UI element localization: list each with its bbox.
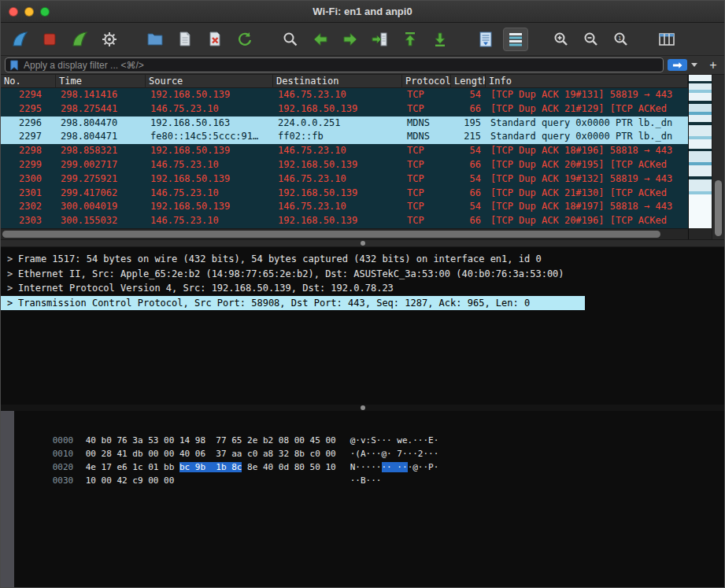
colorize-button[interactable] (503, 28, 528, 51)
packet-length: 54 (451, 144, 486, 158)
hex-bytes-pre: 4e 17 e6 1c 01 bb (86, 462, 179, 472)
hex-bytes[interactable]: 4e 17 e6 1c 01 bb bc 9b 1b 8c 8e 40 0d 8… (86, 460, 350, 474)
packet-no: 2297 (1, 130, 56, 144)
restart-capture-button[interactable] (67, 28, 92, 51)
display-filter-input[interactable]: Apply a display filter ... <⌘/> (5, 57, 664, 72)
apply-filter-button[interactable] (668, 59, 687, 71)
horizontal-scrollbar-thumb[interactable] (2, 231, 660, 238)
hex-ascii-selected[interactable]: ·· ·· (382, 462, 408, 472)
pane-splitter[interactable] (1, 239, 724, 247)
start-capture-button[interactable] (7, 28, 32, 51)
packet-row[interactable]: 2302 300.004019 192.168.50.139 146.75.23… (1, 200, 688, 214)
hex-ascii[interactable]: ··B··· (350, 475, 382, 486)
packet-source: 146.75.23.10 (146, 102, 273, 116)
hex-offset: 0020 (53, 460, 86, 474)
expander-icon[interactable]: > (7, 267, 18, 282)
resize-columns-button[interactable] (654, 28, 679, 51)
stop-capture-button[interactable] (37, 28, 62, 51)
first-packet-button[interactable] (398, 28, 423, 51)
column-header-info[interactable]: Info (486, 75, 688, 88)
reload-file-button[interactable] (232, 28, 257, 51)
hex-ascii[interactable]: @·v:S··· we.···E· (350, 435, 439, 446)
packet-no: 2299 (1, 158, 56, 172)
packet-protocol: MDNS (402, 130, 451, 144)
packet-destination: 146.75.23.10 (273, 172, 402, 187)
pane-splitter[interactable] (1, 405, 724, 411)
packet-destination: 192.168.50.139 (273, 187, 402, 201)
packet-row[interactable]: 2303 300.155032 146.75.23.10 192.168.50.… (1, 214, 688, 228)
packet-protocol: MDNS (402, 116, 451, 131)
close-file-button[interactable] (202, 28, 227, 51)
column-header-destination[interactable]: Destination (273, 75, 402, 88)
vertical-scrollbar[interactable] (712, 75, 724, 239)
close-window-button[interactable] (9, 7, 18, 17)
packet-destination: 146.75.23.10 (273, 144, 402, 158)
packet-length: 66 (451, 214, 486, 228)
packet-row[interactable]: 2296 298.804470 192.168.50.163 224.0.0.2… (1, 116, 688, 131)
zoom-in-button[interactable] (549, 28, 574, 51)
vertical-scrollbar-thumb[interactable] (715, 180, 722, 236)
packet-row[interactable]: 2299 299.002717 146.75.23.10 192.168.50.… (1, 158, 688, 172)
hex-bytes[interactable]: 10 00 42 c9 00 00 (86, 474, 350, 487)
open-folder-icon (146, 30, 165, 49)
autoscroll-button[interactable] (473, 28, 498, 51)
last-packet-button[interactable] (427, 28, 453, 51)
packet-row[interactable]: 2295 298.275441 146.75.23.10 192.168.50.… (1, 102, 688, 116)
capture-options-button[interactable] (97, 28, 122, 51)
detail-text: Ethernet II, Src: Apple_65:2e:b2 (14:98:… (18, 268, 564, 279)
add-filter-button[interactable]: + (706, 58, 720, 72)
hex-bytes[interactable]: 40 b0 76 3a 53 00 14 98 77 65 2e b2 08 0… (86, 434, 350, 447)
detail-row-tcp[interactable]: >Transmission Control Protocol, Src Port… (1, 296, 585, 311)
filter-dropdown-icon[interactable] (691, 63, 697, 67)
packet-protocol: TCP (402, 172, 451, 187)
save-file-icon (176, 30, 194, 49)
column-header-length[interactable]: Length (451, 75, 486, 88)
packet-time: 298.275441 (56, 102, 146, 116)
wireshark-window: Wi-Fi: en1 and anpi0 (0, 0, 725, 588)
zoom-original-button[interactable]: 1 (608, 28, 634, 51)
hex-bytes[interactable]: 00 28 41 db 00 00 40 06 37 aa c0 a8 32 8… (86, 447, 350, 460)
expander-icon[interactable]: > (7, 281, 18, 296)
hex-bytes-selected[interactable]: bc 9b 1b 8c (179, 462, 242, 472)
open-file-button[interactable] (142, 28, 168, 51)
packet-destination: 146.75.23.10 (273, 88, 402, 102)
detail-row-ethernet[interactable]: >Ethernet II, Src: Apple_65:2e:b2 (14:98… (1, 267, 724, 282)
packet-length: 54 (451, 172, 486, 187)
packet-row[interactable]: 2300 299.275921 192.168.50.139 146.75.23… (1, 172, 688, 187)
packet-row[interactable]: 2294 298.141416 192.168.50.139 146.75.23… (1, 88, 688, 102)
hex-ascii[interactable]: N······· ···@··P· (350, 462, 439, 472)
packet-length: 54 (451, 88, 486, 102)
hex-row[interactable]: 000040 b0 76 3a 53 00 14 98 77 65 2e b2 … (1, 420, 724, 434)
packet-no: 2300 (1, 172, 56, 187)
packet-no: 2295 (1, 102, 56, 116)
packet-row[interactable]: 2298 298.858321 192.168.50.139 146.75.23… (1, 144, 688, 158)
horizontal-scrollbar[interactable] (1, 228, 688, 239)
save-file-button[interactable] (172, 28, 198, 51)
goto-packet-button[interactable] (368, 28, 393, 51)
detail-row-ip[interactable]: >Internet Protocol Version 4, Src: 192.1… (1, 281, 724, 296)
find-packet-button[interactable] (278, 28, 303, 51)
apply-filter-arrow-icon (672, 61, 682, 69)
packet-row[interactable]: 2297 298.804471 fe80::14c5:5ccc:91… ff02… (1, 130, 688, 144)
packet-row[interactable]: 2301 299.417062 146.75.23.10 192.168.50.… (1, 187, 688, 201)
packet-list-body: 2294 298.141416 192.168.50.139 146.75.23… (1, 88, 688, 228)
detail-row-frame[interactable]: >Frame 1517: 54 bytes on wire (432 bits)… (1, 252, 724, 267)
main-toolbar: 1 (1, 23, 724, 56)
column-header-time[interactable]: Time (56, 75, 146, 88)
column-header-protocol[interactable]: Protocol (402, 75, 451, 88)
packet-source: 192.168.50.139 (146, 88, 273, 102)
splitter-grip-icon (361, 405, 365, 410)
filter-bookmark-icon[interactable] (9, 60, 19, 71)
expander-icon[interactable]: > (7, 252, 18, 267)
expander-icon[interactable]: > (7, 296, 18, 311)
filter-placeholder: Apply a display filter ... <⌘/> (24, 60, 144, 71)
go-forward-button[interactable] (338, 28, 363, 51)
intelligent-scrollbar-minimap[interactable] (689, 75, 712, 228)
minimize-window-button[interactable] (24, 7, 34, 17)
hex-ascii[interactable]: ·(A···@· 7···2··· (350, 449, 439, 459)
column-header-no[interactable]: No. (1, 75, 56, 88)
go-back-button[interactable] (308, 28, 333, 51)
column-header-source[interactable]: Source (146, 75, 273, 88)
zoom-window-button[interactable] (40, 7, 50, 17)
zoom-out-button[interactable] (579, 28, 604, 51)
